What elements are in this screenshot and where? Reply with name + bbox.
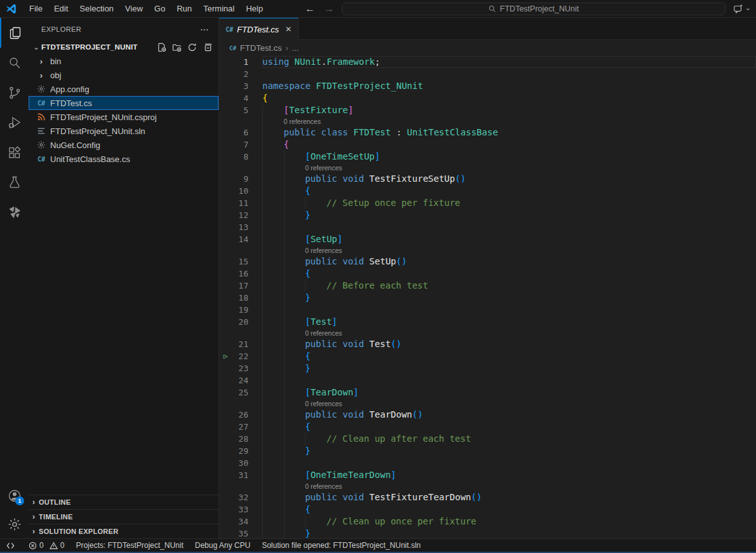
codelens-row: 0 references	[219, 116, 756, 126]
code-line-17: 17// Before each test	[219, 280, 756, 292]
tree-root-row[interactable]: ⌄ FTDTESTPROJECT_NUNIT	[29, 40, 219, 54]
code-line-9: 9public void TestFixtureSetUp()	[219, 173, 756, 185]
code-editor[interactable]: 1using NUnit.Framework;23namespace FTDTe…	[219, 56, 756, 538]
copilot-chat-icon[interactable]	[732, 3, 744, 15]
breadcrumb[interactable]: C# FTDTest.cs › ...	[219, 40, 756, 56]
code-line-29: 29}	[219, 445, 756, 457]
tree-item-bin[interactable]: ›bin	[29, 54, 219, 68]
breadcrumb-file[interactable]: FTDTest.cs	[240, 43, 282, 53]
code-line-26: 26public void TearDown()	[219, 409, 756, 421]
project-file-icon	[37, 113, 46, 121]
tree-item-label: bin	[50, 57, 61, 66]
tree-root-label: FTDTESTPROJECT_NUNIT	[41, 43, 138, 51]
code-line-4: 4{	[219, 92, 756, 104]
status-build-config[interactable]: Debug Any CPU	[195, 541, 250, 550]
chevron-down-icon: ⌄	[31, 43, 41, 51]
tree-item-label: obj	[50, 71, 61, 80]
activitybar-extensions[interactable]	[0, 137, 29, 167]
section-timeline[interactable]: ›TIMELINE	[29, 509, 219, 524]
menu-go[interactable]: Go	[149, 0, 171, 17]
activitybar-account[interactable]: 1	[0, 481, 29, 510]
codelens-references[interactable]: 0 references	[305, 245, 342, 256]
warning-count: 0	[60, 541, 65, 550]
code-line-5: 5[TestFixture]	[219, 104, 756, 116]
activitybar-explorer[interactable]	[0, 18, 29, 48]
code-line-2: 2	[219, 68, 756, 80]
activitybar-source-control[interactable]	[0, 78, 29, 107]
menu-terminal[interactable]: Terminal	[198, 0, 240, 17]
command-center[interactable]: FTDTestProject_NUnit	[342, 3, 726, 15]
chevron-down-icon[interactable]: ⌄	[745, 4, 751, 12]
menu-bar: FileEditSelectionViewGoRunTerminalHelp	[24, 0, 269, 17]
menu-selection[interactable]: Selection	[74, 0, 119, 17]
status-projects[interactable]: Projects: FTDTestProject_NUnit	[76, 541, 183, 550]
git-branch-icon	[7, 85, 22, 100]
close-icon[interactable]: ✕	[285, 25, 292, 34]
search-icon	[7, 55, 22, 71]
nav-forward-icon[interactable]: →	[324, 0, 334, 17]
csharp-file-icon: C#	[226, 26, 233, 33]
codelens-references[interactable]: 0 references	[305, 399, 342, 409]
activitybar-search[interactable]	[0, 48, 29, 78]
code-line-1: 1using NUnit.Framework;	[219, 56, 756, 68]
menu-run[interactable]: Run	[171, 0, 198, 17]
account-badge: 1	[15, 496, 24, 505]
tree-item-app-config[interactable]: App.config	[29, 82, 219, 96]
tree-item-ftdtestproject-nunit-csproj[interactable]: FTDTestProject_NUnit.csproj	[29, 110, 219, 124]
menu-help[interactable]: Help	[240, 0, 269, 17]
tab-label: FTDTest.cs	[237, 25, 279, 34]
code-line-18: 18}	[219, 292, 756, 304]
remote-indicator[interactable]	[6, 542, 15, 550]
menu-file[interactable]: File	[24, 0, 48, 17]
tree-item-ftdtestproject-nunit-sln[interactable]: FTDTestProject_NUnit.sln	[29, 124, 219, 138]
code-line-12: 12}	[219, 209, 756, 221]
sidebar-title: EXPLORER	[41, 25, 81, 33]
gear-icon	[37, 140, 46, 149]
tree-item-label: FTDTestProject_NUnit.sln	[50, 126, 145, 136]
collapse-all-icon[interactable]	[203, 43, 212, 52]
search-icon	[489, 5, 496, 13]
code-line-28: 28// Clean up after each test	[219, 433, 756, 445]
tree-item-label: FTDTestProject_NUnit.csproj	[50, 113, 157, 122]
test-adapter-icon	[7, 205, 22, 220]
tree-item-obj[interactable]: ›obj	[29, 68, 219, 82]
menu-view[interactable]: View	[119, 0, 149, 17]
codelens-references[interactable]: 0 references	[284, 116, 321, 126]
files-icon	[8, 25, 23, 41]
refresh-icon[interactable]	[187, 43, 197, 52]
section-outline[interactable]: ›OUTLINE	[29, 495, 219, 509]
new-file-icon[interactable]	[157, 43, 166, 52]
code-line-30: 30	[219, 457, 756, 469]
codelens-references[interactable]: 0 references	[305, 328, 342, 338]
activitybar-testing[interactable]	[0, 167, 29, 197]
codelens-row: 0 references	[219, 328, 756, 338]
codelens-references[interactable]: 0 references	[305, 163, 342, 173]
codelens-references[interactable]: 0 references	[305, 481, 342, 491]
tree-item-nuget-config[interactable]: NuGet.Config	[29, 138, 219, 152]
activitybar-run-debug[interactable]	[0, 107, 29, 137]
section-label: TIMELINE	[39, 513, 73, 521]
status-solution[interactable]: Solution file opened: FTDTestProject_NUn…	[262, 541, 421, 550]
extensions-icon	[7, 145, 22, 160]
run-test-icon[interactable]: ▷	[219, 350, 232, 362]
activitybar-settings[interactable]	[0, 510, 29, 538]
code-line-21: 21public void Test()	[219, 338, 756, 350]
tab-ftdtest[interactable]: C# FTDTest.cs ✕	[219, 18, 299, 40]
menu-edit[interactable]: Edit	[48, 0, 74, 17]
code-line-14: 14[SetUp]	[219, 233, 756, 245]
activitybar-test-adapter[interactable]	[0, 197, 29, 227]
gear-icon	[8, 517, 22, 531]
file-tree: ›bin›objApp.configC#FTDTest.csFTDTestPro…	[29, 54, 219, 166]
tree-item-ftdtest-cs[interactable]: C#FTDTest.cs	[29, 96, 219, 110]
chevron-right-icon: ›	[32, 527, 35, 536]
tree-item-unittestclassbase-cs[interactable]: C#UnitTestClassBase.cs	[29, 152, 219, 166]
problems-indicator[interactable]: 0 0	[29, 541, 64, 550]
new-folder-icon[interactable]	[172, 43, 182, 52]
activity-bar: 1	[0, 18, 29, 538]
breadcrumb-more[interactable]: ...	[292, 43, 299, 53]
nav-back-icon[interactable]: ←	[305, 0, 315, 17]
status-bar: 0 0 Projects: FTDTestProject_NUnit Debug…	[0, 538, 756, 553]
more-actions-icon[interactable]: ⋯	[200, 24, 210, 34]
section-solution-explorer[interactable]: ›SOLUTION EXPLORER	[29, 524, 219, 538]
chevron-right-icon: ›	[32, 512, 35, 521]
